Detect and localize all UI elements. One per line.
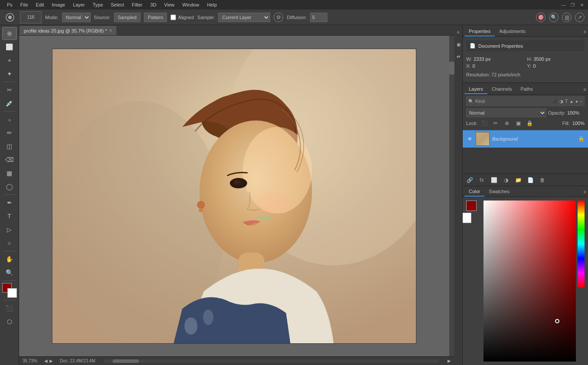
- tool-lasso[interactable]: ⌖: [2, 54, 17, 67]
- tool-crop[interactable]: ✂: [2, 83, 17, 96]
- foreground-swatch[interactable]: [466, 201, 477, 211]
- brush-preview[interactable]: 116: [20, 11, 42, 23]
- tool-magic-wand[interactable]: ✦: [2, 67, 17, 80]
- tool-mask[interactable]: ⬛: [2, 302, 17, 315]
- tool-hand[interactable]: ✋: [2, 253, 17, 266]
- link-layers-icon[interactable]: 🔗: [465, 176, 474, 184]
- menu-type[interactable]: Type: [89, 1, 107, 8]
- layer-mode-select[interactable]: Normal: [466, 109, 546, 117]
- tool-shape[interactable]: ○: [2, 237, 17, 250]
- app-logo[interactable]: Ps: [3, 1, 16, 8]
- sample-select[interactable]: Current Layer: [218, 13, 270, 22]
- layer-item-background[interactable]: 👁 Background 🔒: [463, 130, 588, 148]
- filter-toggle[interactable]: ○: [580, 99, 582, 104]
- panel-toggle-3[interactable]: ⇄: [455, 51, 462, 62]
- color-picker-area: [466, 201, 585, 362]
- diffusion-input[interactable]: [310, 13, 327, 22]
- swatches-tab[interactable]: Swatches: [484, 187, 514, 197]
- add-mask-icon[interactable]: ⬜: [490, 176, 498, 184]
- canvas-wrapper[interactable]: [19, 36, 449, 356]
- tool-brush[interactable]: ✏: [2, 126, 17, 139]
- color-menu-icon[interactable]: ≡: [584, 189, 586, 194]
- adjustments-tab[interactable]: Adjustments: [495, 27, 530, 36]
- menu-image[interactable]: Image: [49, 1, 69, 8]
- sampled-button[interactable]: Sampled: [114, 13, 140, 22]
- color-gradient-picker[interactable]: [483, 201, 576, 362]
- tool-text[interactable]: T: [2, 210, 17, 223]
- tool-eyedropper[interactable]: 💉: [2, 97, 17, 110]
- adjustment-layer-icon[interactable]: ◑: [502, 176, 510, 184]
- layer-effects-icon[interactable]: fx: [477, 176, 486, 184]
- tool-gradient[interactable]: ▦: [2, 167, 17, 180]
- tool-marquee[interactable]: ⬜: [2, 40, 17, 53]
- color-tab[interactable]: Color: [464, 187, 484, 197]
- tool-clone[interactable]: ◫: [2, 140, 17, 153]
- filter-pixel-icon[interactable]: ⬛: [552, 99, 558, 104]
- horizontal-scrollbar[interactable]: [104, 359, 439, 363]
- menu-edit[interactable]: Edit: [33, 1, 48, 8]
- menu-file[interactable]: File: [17, 1, 32, 8]
- panel-toggle-1[interactable]: ≡: [455, 27, 462, 37]
- tool-icon[interactable]: [3, 11, 16, 24]
- mode-label: Mode:: [45, 15, 59, 20]
- tool-pen[interactable]: ✒: [2, 196, 17, 209]
- mode-select[interactable]: Normal: [62, 13, 91, 22]
- scroll-left-icon[interactable]: ◀: [44, 358, 48, 363]
- lock-artboard-icon[interactable]: ▣: [514, 119, 523, 128]
- layers-tab[interactable]: Layers: [464, 85, 487, 94]
- properties-tab[interactable]: Properties: [464, 27, 495, 36]
- new-group-icon[interactable]: 📁: [514, 176, 523, 184]
- sample-icon[interactable]: ⚙: [274, 13, 283, 22]
- menu-3d[interactable]: 3D: [147, 1, 160, 8]
- status-scroll[interactable]: ◀ ▶: [44, 358, 53, 363]
- channels-tab[interactable]: Channels: [487, 85, 516, 94]
- properties-menu-icon[interactable]: ≡: [584, 29, 586, 34]
- layers-menu-icon[interactable]: ≡: [584, 87, 586, 92]
- background-color[interactable]: [7, 288, 17, 298]
- menu-help[interactable]: Help: [203, 1, 220, 8]
- document-tab[interactable]: profile ideas 20.jpg @ 35.7% (RGB/8) * ×: [19, 26, 117, 35]
- tab-close-button[interactable]: ×: [110, 28, 112, 33]
- tool-zoom[interactable]: 🔍: [2, 266, 17, 279]
- search-icon[interactable]: 🔍: [549, 13, 559, 22]
- filter-adjust-icon[interactable]: ◑: [559, 99, 563, 104]
- aligned-checkbox[interactable]: [170, 13, 176, 22]
- vertical-scrollbar[interactable]: [449, 36, 454, 356]
- prop-grid: W: 2333 px H: 3500 px X: 0 Y: 0: [466, 55, 585, 70]
- lock-all-icon[interactable]: 🔒: [525, 119, 534, 128]
- target-icon[interactable]: 🎯: [536, 13, 546, 22]
- share-icon[interactable]: ↗: [575, 13, 585, 22]
- menu-select[interactable]: Select: [108, 1, 128, 8]
- color-swatch[interactable]: [2, 283, 17, 298]
- tool-path-select[interactable]: ▷: [2, 223, 17, 236]
- hue-slider[interactable]: [578, 201, 585, 287]
- paths-tab[interactable]: Paths: [516, 85, 537, 94]
- tool-dodge[interactable]: ◯: [2, 180, 17, 193]
- tool-screen[interactable]: ⬡: [2, 315, 17, 328]
- scroll-right-icon[interactable]: ▶: [49, 358, 53, 363]
- layer-visibility-toggle[interactable]: 👁: [466, 135, 473, 142]
- menu-layer[interactable]: Layer: [69, 1, 88, 8]
- background-swatch[interactable]: [463, 213, 471, 223]
- panel-toggle-2[interactable]: ▣: [455, 39, 462, 49]
- filter-text-icon[interactable]: T: [565, 99, 568, 104]
- lock-image-icon[interactable]: ✏: [491, 119, 500, 128]
- menu-window[interactable]: Window: [179, 1, 203, 8]
- menu-filter[interactable]: Filter: [128, 1, 146, 8]
- tool-eraser[interactable]: ⌫: [2, 153, 17, 166]
- tool-move[interactable]: ⊕: [2, 27, 17, 40]
- panel-icon[interactable]: ▥: [562, 13, 572, 22]
- new-layer-icon[interactable]: 📄: [526, 176, 535, 184]
- filter-shape-icon[interactable]: ▲: [569, 99, 574, 104]
- close-button[interactable]: ✕: [579, 2, 585, 8]
- lock-position-icon[interactable]: ⊕: [503, 119, 511, 128]
- tool-heal[interactable]: ⬦: [2, 113, 17, 126]
- pattern-button[interactable]: Pattern: [144, 13, 167, 22]
- filter-smart-icon[interactable]: ●: [575, 99, 578, 104]
- scroll-right-arrow[interactable]: ▶: [448, 358, 451, 363]
- menu-view[interactable]: View: [161, 1, 178, 8]
- maximize-button[interactable]: ❐: [570, 2, 575, 8]
- delete-layer-icon[interactable]: 🗑: [538, 176, 547, 184]
- minimize-button[interactable]: —: [561, 2, 566, 8]
- lock-transparent-icon[interactable]: ⬛: [480, 119, 489, 128]
